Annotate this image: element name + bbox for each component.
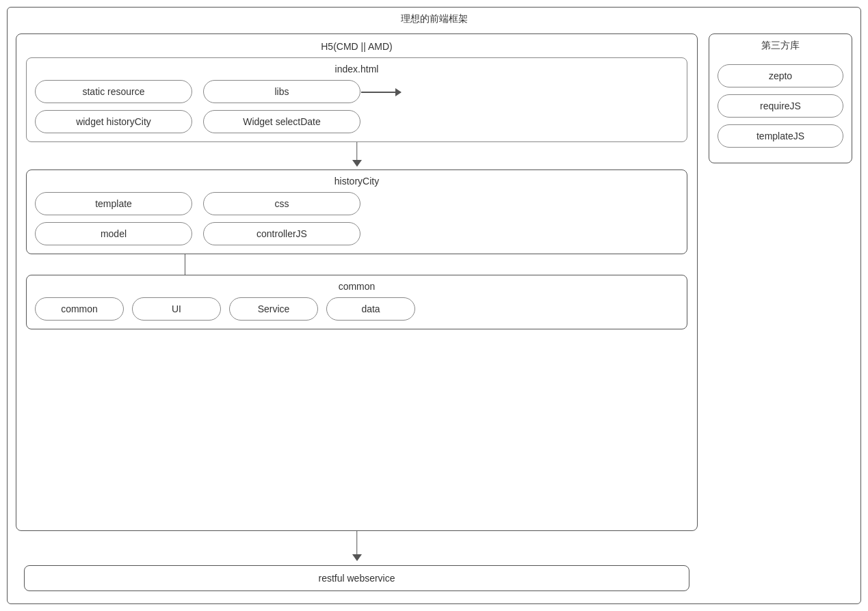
historycity-row-1: template css xyxy=(35,192,679,215)
arrow-index-to-history xyxy=(26,142,687,169)
content-area: H5(CMD || AMD) index.html static resourc… xyxy=(8,28,860,599)
common-label: common xyxy=(35,281,679,292)
restful-box: restful webservice xyxy=(24,565,689,591)
bottom-arrow xyxy=(16,531,698,565)
data-box: data xyxy=(326,297,415,321)
widget-selectdate-box: Widget selectDate xyxy=(203,110,360,133)
model-box: model xyxy=(35,222,192,245)
index-row-1: static resource libs xyxy=(35,80,679,103)
common-row: common UI Service data xyxy=(35,297,679,321)
static-resource-box: static resource xyxy=(35,80,192,103)
historycity-label: historyCity xyxy=(35,176,679,187)
widget-historycity-box: widget historyCity xyxy=(35,110,192,133)
historycity-row-2: model controllerJS xyxy=(35,222,679,245)
left-panel: H5(CMD || AMD) index.html static resourc… xyxy=(16,33,698,591)
main-title: 理想的前端框架 xyxy=(8,8,860,28)
historycity-box: historyCity template css model controlle… xyxy=(26,169,687,254)
index-html-label: index.html xyxy=(35,64,679,74)
controllerjs-box: controllerJS xyxy=(203,222,360,245)
css-box: css xyxy=(203,192,360,215)
v-line-1 xyxy=(185,254,186,275)
diagram-container: 理想的前端框架 H5(CMD || AMD) index.html static… xyxy=(7,7,861,604)
service-box: Service xyxy=(229,297,318,321)
common-item-box: common xyxy=(35,297,124,321)
third-party-label: 第三方库 xyxy=(718,40,843,52)
index-html-box: index.html static resource libs widget h… xyxy=(26,57,687,142)
libs-arrow xyxy=(361,92,401,93)
templatejs-box: templateJS xyxy=(718,124,843,148)
common-box: common common UI Service data xyxy=(26,275,687,329)
h5-main-box: H5(CMD || AMD) index.html static resourc… xyxy=(16,33,698,531)
h5-label: H5(CMD || AMD) xyxy=(26,41,687,52)
requirejs-box: requireJS xyxy=(718,94,843,118)
ui-box: UI xyxy=(132,297,221,321)
zepto-box: zepto xyxy=(718,64,843,87)
libs-box: libs xyxy=(203,80,360,103)
v-gap-1 xyxy=(26,254,687,275)
third-party-panel: 第三方库 zepto requireJS templateJS xyxy=(709,33,852,163)
template-box: template xyxy=(35,192,192,215)
index-row-2: widget historyCity Widget selectDate xyxy=(35,110,679,133)
